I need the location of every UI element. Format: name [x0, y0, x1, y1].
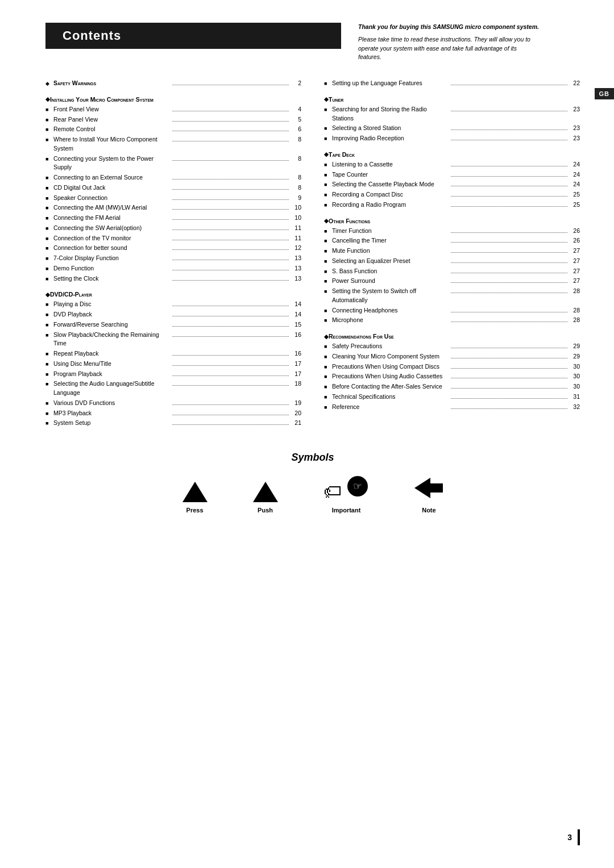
- toc-item: ■ Technical Specifications 31: [324, 393, 580, 402]
- toc-page: 30: [570, 372, 580, 381]
- toc-dots: [172, 121, 289, 122]
- bullet-icon: ■: [324, 202, 330, 210]
- toc-dots: [172, 189, 289, 190]
- toc-label: MP3 Playback: [53, 409, 170, 418]
- toc-label: Remote Control: [53, 125, 170, 134]
- toc-page: 2: [291, 79, 301, 88]
- bullet-icon: ■: [45, 185, 51, 193]
- toc-item: ■ Timer Function 26: [324, 227, 580, 236]
- toc-item: ■ Connecting Headphones 28: [324, 306, 580, 315]
- toc-item: ■ Safety Precautions 29: [324, 342, 580, 351]
- toc-page: 27: [570, 277, 580, 286]
- bullet-icon: ■: [324, 172, 330, 180]
- section-header-installing: Installing Your Micro Component System: [45, 96, 301, 103]
- toc-item: ■ Setting up the Language Features 22: [324, 79, 580, 88]
- bullet-icon: ■: [324, 191, 330, 199]
- toc-dots: [172, 160, 289, 161]
- toc-dots: [172, 365, 289, 366]
- bullet-icon: ■: [324, 161, 330, 169]
- toc-dots: [451, 322, 567, 322]
- toc-dots: [172, 336, 289, 337]
- toc-item: ■ Remote Control 6: [45, 125, 301, 134]
- toc-dots: [172, 179, 289, 180]
- toc-label: Safety Precautions: [332, 342, 449, 351]
- toc-item: ■ Connecting the SW Aerial(option) 11: [45, 224, 301, 233]
- toc-item: ■ Listening to a Cassette 24: [324, 160, 580, 169]
- toc-label: Listening to a Cassette: [332, 160, 449, 169]
- toc-page: 15: [291, 320, 301, 329]
- toc-label: Setting the System to Switch off Automat…: [332, 287, 449, 305]
- svg-text:☞: ☞: [353, 481, 362, 492]
- toc-page: 29: [570, 352, 580, 361]
- bullet-icon: ■: [324, 258, 330, 266]
- section-header-other: Other Functions: [324, 218, 580, 224]
- toc-dots: [172, 375, 289, 376]
- bullet-icon: ■: [45, 255, 51, 263]
- bullet-icon: ■: [45, 371, 51, 379]
- toc-label: Connecting the FM Aerial: [53, 214, 170, 223]
- toc-dots: [172, 270, 289, 270]
- toc-item: ■ Precautions When Using Compact Discs 3…: [324, 362, 580, 372]
- toc-page: 14: [291, 300, 301, 309]
- toc-page: 30: [570, 382, 580, 391]
- toc-dots: [451, 378, 567, 378]
- bullet-icon: ■: [45, 322, 51, 329]
- toc-dots: [172, 306, 289, 306]
- section-header-tape: Tape Deck: [324, 151, 580, 158]
- toc-page: 12: [291, 244, 301, 253]
- toc-dots: [451, 368, 567, 369]
- symbol-push: Push: [253, 482, 278, 514]
- toc-page: 9: [291, 194, 301, 203]
- toc-item: ■ Where to Install Your Micro Component …: [45, 135, 301, 153]
- toc-page: 5: [291, 115, 301, 124]
- toc-item: ■ Using Disc Menu/Title 17: [45, 360, 301, 369]
- toc-page: 11: [291, 234, 301, 243]
- thank-you-line2: Please take time to read these instructi…: [358, 35, 540, 62]
- bullet-icon: ■: [45, 156, 51, 164]
- toc-label: Connecting the SW Aerial(option): [53, 224, 170, 233]
- toc-page: 32: [570, 403, 580, 412]
- toc-item: ■ Selecting the Cassette Playback Mode 2…: [324, 180, 580, 189]
- toc-item: ■ Selecting an Equalizer Preset 27: [324, 257, 580, 266]
- toc-label: Setting the Clock: [53, 274, 170, 283]
- toc-item: ■ Connection of the TV monitor 11: [45, 234, 301, 243]
- toc-label: Cleaning Your Micro Component System: [332, 352, 449, 361]
- toc-label: 7-Color Display Function: [53, 254, 170, 263]
- gb-badge: GB: [595, 88, 615, 99]
- toc-label: Power Surround: [332, 277, 449, 286]
- toc-item: ■ Power Surround 27: [324, 277, 580, 286]
- page-number: 3: [567, 829, 580, 845]
- toc-label: Forward/Reverse Searching: [53, 320, 170, 329]
- symbol-important: 🏷 ☞ Important: [323, 475, 370, 514]
- bullet-icon: ■: [324, 268, 330, 276]
- toc-item: ■ Speaker Connection 9: [45, 194, 301, 203]
- bullet-icon: ■: [45, 106, 51, 114]
- toc-page: 11: [291, 224, 301, 233]
- toc-dots: [172, 316, 289, 316]
- svg-marker-2: [414, 478, 443, 498]
- bullet-icon: ■: [45, 311, 51, 319]
- toc-label: Speaker Connection: [53, 194, 170, 203]
- toc-dots: [451, 262, 567, 263]
- toc-item: ■ DVD Playback 14: [45, 310, 301, 319]
- toc-label: Precautions When Using Audio Cassettes: [332, 372, 449, 381]
- toc-dots: [451, 140, 567, 140]
- toc-page: 30: [570, 362, 580, 372]
- toc-item: ■ Setting the System to Switch off Autom…: [324, 287, 580, 305]
- toc-page: 14: [291, 310, 301, 319]
- toc-dots: [451, 348, 567, 348]
- toc-item: ■ CD Digital Out Jack 8: [45, 183, 301, 193]
- toc-label: Selecting the Cassette Playback Mode: [332, 180, 449, 189]
- bullet-icon: ■: [45, 420, 51, 428]
- toc-left-column: ◆ Safety Warnings 2 Installing Your Micr…: [45, 79, 301, 429]
- toc-label: Safety Warnings: [53, 79, 170, 88]
- toc-item: ■ Slow Playback/Checking the Remaining T…: [45, 331, 301, 349]
- section-header-dvd: DVD/CD-Player: [45, 291, 301, 298]
- bullet-icon: ■: [324, 343, 330, 351]
- toc-dots: [172, 111, 289, 111]
- toc-item: ■ Searching for and Storing the Radio St…: [324, 105, 580, 123]
- toc-item: ■ Precautions When Using Audio Cassettes…: [324, 372, 580, 381]
- toc-dots: [451, 312, 567, 312]
- toc-page: 26: [570, 236, 580, 245]
- toc-item: ■ Microphone 28: [324, 316, 580, 325]
